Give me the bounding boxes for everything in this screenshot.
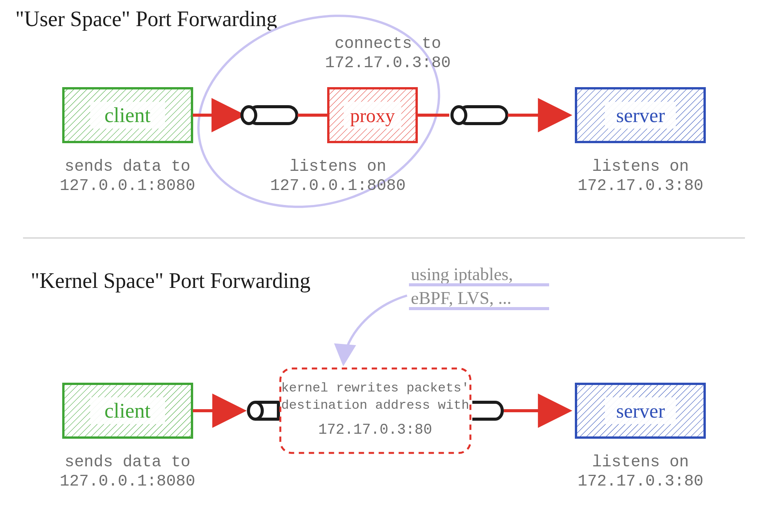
server-label-top: server <box>616 104 665 126</box>
server-sub1-bottom: listens on <box>592 453 689 471</box>
pipe-left-bottom <box>248 402 278 419</box>
client-label-bottom: client <box>104 399 151 422</box>
kernel-box: kernel rewrites packets' destination add… <box>280 368 470 453</box>
pipe-1-top <box>242 107 297 124</box>
kernel-line3: 172.17.0.3:80 <box>318 421 432 438</box>
kernel-hint-arrow <box>344 296 407 361</box>
kernel-hint-2: eBPF, LVS, ... <box>411 288 511 308</box>
client-sub1-top: sends data to <box>65 157 190 176</box>
client-sub1-bottom: sends data to <box>65 453 190 471</box>
server-box-bottom: server <box>576 384 705 438</box>
proxy-top-note-2: 172.17.0.3:80 <box>325 54 451 72</box>
proxy-label-top: proxy <box>350 105 395 126</box>
client-sub2-top: 127.0.0.1:8080 <box>60 177 195 195</box>
title-kernel-space: "Kernel Space" Port Forwarding <box>31 269 310 292</box>
kernel-line1: kernel rewrites packets' <box>281 381 469 395</box>
proxy-sub1-top: listens on <box>290 157 386 176</box>
proxy-top-note-1: connects to <box>334 35 441 53</box>
proxy-box-top: proxy <box>328 88 417 142</box>
server-sub1-top: listens on <box>592 157 689 176</box>
svg-point-13 <box>452 107 466 124</box>
pipe-2-top <box>452 107 507 124</box>
proxy-sub2-top: 127.0.0.1:8080 <box>270 177 406 195</box>
server-sub2-top: 172.17.0.3:80 <box>578 177 703 195</box>
server-box-top: server <box>576 88 705 142</box>
server-sub2-bottom: 172.17.0.3:80 <box>578 472 703 491</box>
svg-point-20 <box>248 402 262 419</box>
kernel-line2: destination address with <box>281 398 469 413</box>
kernel-hint: using iptables, eBPF, LVS, ... <box>409 264 549 309</box>
title-user-space: "User Space" Port Forwarding <box>15 7 277 31</box>
server-label-bottom: server <box>616 400 665 422</box>
client-box-bottom: client <box>63 384 192 438</box>
kernel-hint-1: using iptables, <box>411 264 513 284</box>
client-label-top: client <box>104 104 151 127</box>
pipe-right-bottom <box>472 402 502 419</box>
client-sub2-bottom: 127.0.0.1:8080 <box>60 472 195 491</box>
svg-point-9 <box>242 107 256 124</box>
client-box-top: client <box>63 88 192 142</box>
